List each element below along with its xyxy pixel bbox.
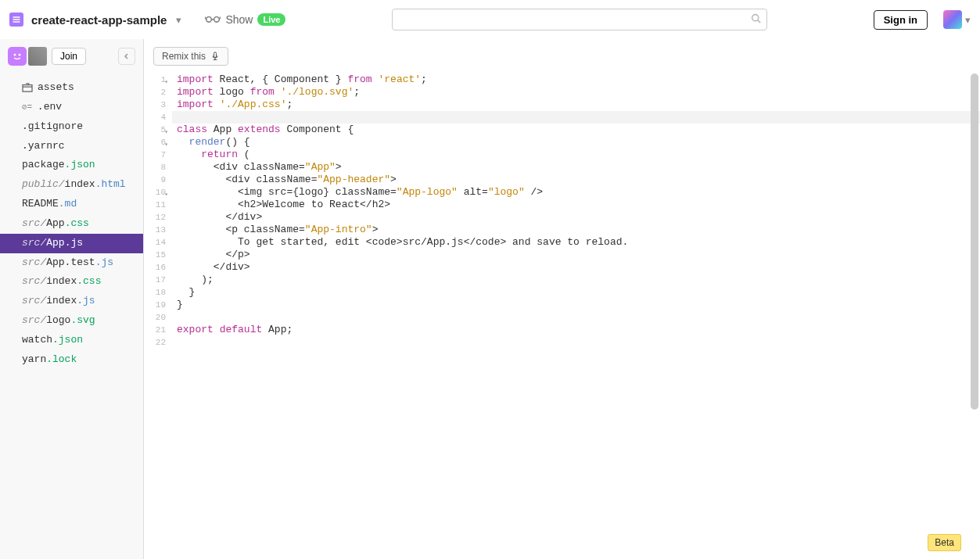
remix-button[interactable]: Remix this bbox=[153, 47, 228, 66]
svg-rect-1 bbox=[13, 19, 20, 20]
code-editor[interactable]: 1▾2345▾6▾78910▾111213141516171819202122 … bbox=[144, 73, 980, 559]
project-icon bbox=[9, 13, 23, 27]
show-label: Show bbox=[225, 13, 253, 26]
chevron-down-icon[interactable]: ▾ bbox=[176, 14, 181, 26]
svg-rect-0 bbox=[13, 16, 20, 18]
user-avatar[interactable] bbox=[28, 47, 47, 66]
remix-label: Remix this bbox=[162, 51, 206, 62]
chevron-down-icon: ▾ bbox=[965, 14, 971, 26]
glasses-icon bbox=[205, 14, 221, 26]
main: Join assets ⊘= .env.gitignore.yarnrcpack… bbox=[0, 39, 980, 559]
file-row[interactable]: yarn.lock bbox=[0, 350, 143, 370]
svg-point-7 bbox=[14, 54, 16, 56]
editor-toolbar: Remix this bbox=[144, 39, 980, 73]
sidebar-top: Join bbox=[0, 39, 143, 73]
file-row[interactable]: .gitignore bbox=[0, 117, 143, 137]
file-row[interactable]: src/index.css bbox=[0, 272, 143, 292]
microphone-icon bbox=[210, 52, 220, 61]
search-input[interactable] bbox=[392, 9, 767, 30]
svg-line-6 bbox=[758, 20, 760, 23]
join-button[interactable]: Join bbox=[52, 48, 86, 65]
code-content[interactable]: import React, { Component } from 'react'… bbox=[172, 73, 980, 559]
team-avatar[interactable] bbox=[8, 47, 27, 66]
svg-point-5 bbox=[752, 15, 759, 21]
editor-pane: Remix this 1▾2345▾6▾78910▾11121314151617… bbox=[143, 39, 980, 559]
collapse-sidebar-button[interactable] bbox=[118, 48, 135, 65]
svg-rect-2 bbox=[13, 21, 20, 23]
project-name[interactable]: create-react-app-sample bbox=[31, 13, 167, 27]
signin-button[interactable]: Sign in bbox=[874, 10, 928, 30]
header-bar: create-react-app-sample ▾ Show Live Sign… bbox=[0, 0, 980, 39]
file-row[interactable]: package.json bbox=[0, 156, 143, 175]
key-icon: ⊘= bbox=[22, 102, 38, 112]
show-button[interactable]: Show Live bbox=[205, 13, 285, 26]
file-row[interactable]: ⊘= .env bbox=[0, 98, 143, 117]
file-row[interactable]: watch.json bbox=[0, 331, 143, 350]
search-icon bbox=[751, 13, 761, 26]
assets-row[interactable]: assets bbox=[0, 78, 143, 98]
line-gutter: 1▾2345▾6▾78910▾111213141516171819202122 bbox=[144, 73, 172, 559]
file-list: assets ⊘= .env.gitignore.yarnrcpackage.j… bbox=[0, 78, 143, 370]
file-row[interactable]: src/App.js bbox=[0, 234, 143, 253]
assets-label: assets bbox=[38, 81, 74, 95]
avatar bbox=[943, 10, 962, 29]
scrollbar-thumb[interactable] bbox=[971, 73, 978, 410]
box-icon bbox=[22, 83, 33, 92]
user-menu[interactable]: ▾ bbox=[943, 10, 971, 29]
file-row[interactable]: src/App.test.js bbox=[0, 253, 143, 273]
file-row[interactable]: public/index.html bbox=[0, 175, 143, 195]
svg-point-8 bbox=[19, 54, 21, 56]
svg-rect-9 bbox=[23, 85, 32, 92]
file-row[interactable]: src/index.js bbox=[0, 292, 143, 311]
svg-point-3 bbox=[206, 16, 212, 22]
file-row[interactable]: .yarnrc bbox=[0, 137, 143, 156]
sidebar: Join assets ⊘= .env.gitignore.yarnrcpack… bbox=[0, 39, 143, 559]
live-badge: Live bbox=[257, 13, 285, 26]
search-wrap bbox=[317, 9, 842, 30]
file-row[interactable]: src/App.css bbox=[0, 214, 143, 234]
svg-point-4 bbox=[214, 16, 220, 22]
file-row[interactable]: src/logo.svg bbox=[0, 311, 143, 331]
file-row[interactable]: README.md bbox=[0, 195, 143, 214]
beta-badge[interactable]: Beta bbox=[928, 534, 961, 551]
